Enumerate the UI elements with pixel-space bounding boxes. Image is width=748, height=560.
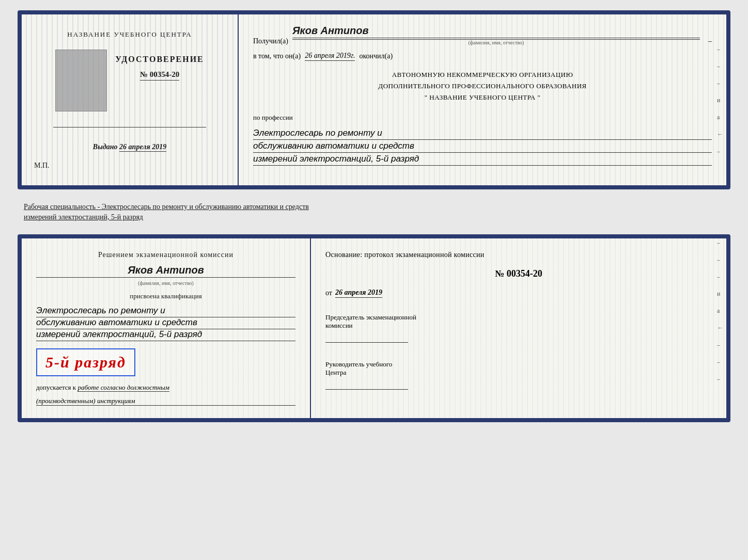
dash-separator: – [708, 37, 712, 45]
rukovoditel-subtitle: Центра [325, 369, 712, 377]
komissia-name-block: Яков Антипов (фамилия, имя, отчество) [36, 264, 295, 287]
org-line3: " НАЗВАНИЕ УЧЕБНОГО ЦЕНТРА " [253, 92, 712, 103]
protocol-date-line: от 26 апреля 2019 [325, 289, 712, 298]
okoncil-label: окончил(а) [359, 52, 393, 60]
chairman-signature-line [325, 342, 408, 343]
komissia-header: Решением экзаменационной комиссии [36, 251, 295, 259]
mp-label: М.П. [34, 162, 50, 170]
fio-hint-bottom: (фамилия, имя, отчество) [138, 280, 194, 286]
vydano-date: 26 апреля 2019 [119, 143, 166, 152]
bottom-document: Решением экзаменационной комиссии Яков А… [18, 234, 730, 422]
photo-placeholder [55, 50, 107, 111]
protocol-date: 26 апреля 2019 [335, 289, 382, 298]
bottom-qual-block: Электрослесарь по ремонту и обслуживанию… [36, 306, 295, 341]
institution-name-top: НАЗВАНИЕ УЧЕБНОГО ЦЕНТРА [67, 30, 192, 39]
rukovoditel-signature-line [325, 389, 408, 390]
vtom-line: в том, что он(а) 26 апреля 2019г. окончи… [253, 52, 712, 61]
completion-date: 26 апреля 2019г. [305, 52, 355, 61]
prisvoena-label: присвоена квалификация [36, 292, 295, 300]
top-left-panel: НАЗВАНИЕ УЧЕБНОГО ЦЕНТРА УДОСТОВЕРЕНИЕ №… [22, 14, 239, 185]
chairman-block: Председатель экзаменационной комиссии [325, 313, 712, 343]
separator-area: Рабочая специальность - Электрослесарь п… [18, 198, 730, 226]
qual-line3: измерений электростанций, 5-й разряд [253, 154, 712, 166]
razryad-box: 5-й разряд [36, 348, 135, 376]
top-document: НАЗВАНИЕ УЧЕБНОГО ЦЕНТРА УДОСТОВЕРЕНИЕ №… [18, 10, 730, 189]
dopuskaetsya-prefix: допускается к [36, 383, 76, 391]
org-line2: ДОПОЛНИТЕЛЬНОГО ПРОФЕССИОНАЛЬНОГО ОБРАЗО… [253, 81, 712, 92]
razryad-text: 5-й разряд [45, 354, 126, 371]
bottom-qual-line1: Электрослесарь по ремонту и [36, 306, 295, 317]
org-block: АВТОНОМНУЮ НЕКОММЕРЧЕСКУЮ ОРГАНИЗАЦИЮ ДО… [253, 69, 712, 103]
dopuskaetsya-text2: (производственным) инструкциям [36, 397, 295, 406]
po-professii-label: по профессии [253, 114, 712, 122]
right-side-marks-top: – – – и а ← – [717, 45, 723, 155]
protocol-number: № 00354-20 [325, 268, 712, 279]
poluchil-label: Получил(а) [253, 37, 288, 45]
fio-hint-top: (фамилия, имя, отчество) [292, 39, 700, 45]
bottom-left-panel: Решением экзаменационной комиссии Яков А… [22, 238, 311, 418]
chairman-title: Председатель экзаменационной [325, 313, 712, 322]
qual-line1: Электрослесарь по ремонту и [253, 128, 712, 140]
osnovanie-label: Основание: протокол экзаменационной коми… [325, 251, 712, 259]
ot-prefix: от [325, 289, 332, 297]
receiver-section: Получил(а) Яков Антипов (фамилия, имя, о… [253, 25, 712, 45]
separator-text-1: Рабочая специальность - Электрослесарь п… [24, 202, 724, 212]
chairman-subtitle: комиссии [325, 322, 712, 330]
bottom-qual-line2: обслуживанию автоматики и средств [36, 317, 295, 329]
vydano-line: Выдано 26 апреля 2019 [93, 143, 166, 151]
bottom-qual-line3: измерений электростанций, 5-й разряд [36, 329, 295, 341]
right-side-marks-bottom: – – – и а ← – – – [717, 238, 723, 382]
recipient-name: Яков Антипов [292, 25, 700, 38]
qual-line2: обслуживанию автоматики и средств [253, 141, 712, 153]
dopuskaetsya-line: допускается к работе согласно должностны… [36, 383, 295, 392]
qualification-block-top: Электрослесарь по ремонту и обслуживанию… [253, 128, 712, 166]
vydano-label: Выдано [93, 143, 118, 151]
top-right-panel: Получил(а) Яков Антипов (фамилия, имя, о… [239, 14, 726, 185]
bottom-right-panel: Основание: протокол экзаменационной коми… [311, 238, 726, 418]
dopuskaetsya-text: работе согласно должностным [77, 383, 169, 392]
komissia-name: Яков Антипов [128, 264, 204, 276]
separator-text-2: измерений электростанций, 5-й разряд [24, 212, 724, 222]
rukovoditel-block: Руководитель учебного Центра [325, 360, 712, 390]
udostoverenie-label: УДОСТОВЕРЕНИЕ [115, 55, 204, 64]
rukovoditel-title: Руководитель учебного [325, 360, 712, 369]
top-doc-number: № 00354-20 [140, 70, 179, 81]
vtom-prefix: в том, что он(а) [253, 52, 301, 60]
org-line1: АВТОНОМНУЮ НЕКОММЕРЧЕСКУЮ ОРГАНИЗАЦИЮ [253, 69, 712, 81]
